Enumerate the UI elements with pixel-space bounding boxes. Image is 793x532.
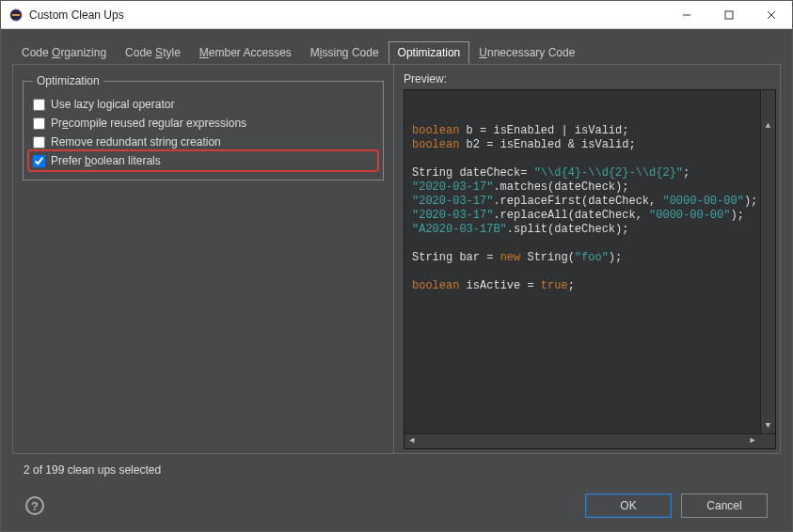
svg-rect-1 [12, 14, 20, 16]
option-row: Use lazy logical operator [33, 95, 373, 114]
option-checkbox[interactable] [33, 136, 45, 149]
scroll-track[interactable] [761, 105, 775, 418]
scroll-corner [760, 434, 775, 449]
window-title: Custom Clean Ups [29, 8, 665, 22]
window-controls [665, 1, 792, 28]
svg-rect-3 [725, 11, 733, 19]
vertical-scrollbar[interactable]: ▲ ▼ [760, 90, 775, 433]
tab-panel: Optimization Use lazy logical operatorPr… [12, 64, 781, 454]
tab-code-style[interactable]: Code Style [116, 41, 190, 64]
horizontal-scrollbar[interactable]: ◄ ► [404, 433, 775, 448]
option-checkbox[interactable] [33, 155, 45, 167]
preview-code: boolean b = isEnabled | isValid;boolean … [404, 89, 776, 449]
close-button[interactable] [750, 1, 792, 28]
dialog-footer: ? OK Cancel [12, 477, 781, 531]
app-icon [8, 8, 24, 23]
scroll-left-arrow-icon[interactable]: ◄ [404, 434, 420, 448]
option-row: Prefer boolean literals [30, 152, 376, 169]
option-row: Remove redundant string creation [33, 133, 373, 151]
tab-code-organizing[interactable]: Code Organizing [12, 41, 116, 64]
minimize-button[interactable] [665, 1, 707, 28]
title-bar: Custom Clean Ups [1, 1, 792, 29]
optimization-legend: Optimization [33, 74, 103, 87]
maximize-button[interactable] [707, 1, 750, 28]
options-pane: Optimization Use lazy logical operatorPr… [13, 65, 394, 453]
option-checkbox[interactable] [33, 99, 45, 111]
scroll-right-arrow-icon[interactable]: ► [745, 434, 760, 448]
cancel-button[interactable]: Cancel [681, 493, 768, 518]
scroll-down-arrow-icon[interactable]: ▼ [761, 418, 775, 433]
tab-member-accesses[interactable]: Member Accesses [190, 41, 301, 64]
option-row: Precompile reused regular expressions [33, 114, 373, 133]
help-icon[interactable]: ? [25, 496, 44, 515]
option-label[interactable]: Use lazy logical operator [51, 98, 174, 111]
ok-button[interactable]: OK [585, 493, 672, 518]
tab-unnecessary-code[interactable]: Unnecessary Code [469, 41, 584, 64]
tab-optimization[interactable]: Optimization [389, 41, 470, 64]
preview-pane: Preview: boolean b = isEnabled | isValid… [394, 65, 780, 453]
status-text: 2 of 199 clean ups selected [12, 454, 781, 477]
option-label[interactable]: Prefer boolean literals [51, 154, 161, 167]
dialog-window: Custom Clean Ups Code OrganizingCode Sty… [0, 0, 793, 532]
optimization-group: Optimization Use lazy logical operatorPr… [23, 74, 384, 180]
tab-bar: Code OrganizingCode StyleMember Accesses… [12, 41, 781, 65]
option-label[interactable]: Precompile reused regular expressions [51, 117, 246, 130]
option-checkbox[interactable] [33, 117, 45, 130]
option-label[interactable]: Remove redundant string creation [51, 135, 221, 149]
tab-missing-code[interactable]: Missing Code [301, 41, 389, 64]
dialog-body: Code OrganizingCode StyleMember Accesses… [1, 29, 792, 531]
preview-label: Preview: [404, 72, 776, 86]
